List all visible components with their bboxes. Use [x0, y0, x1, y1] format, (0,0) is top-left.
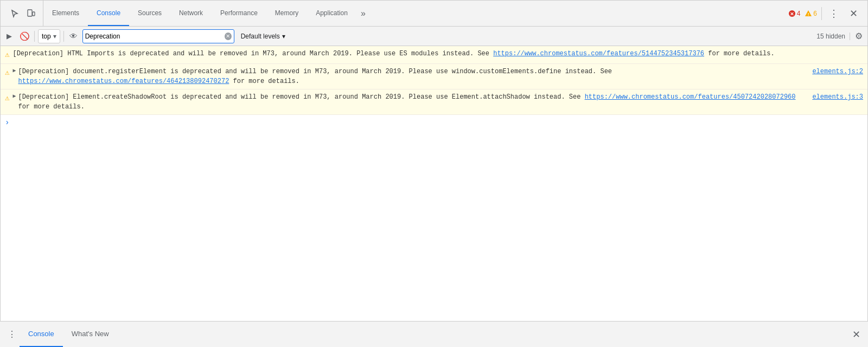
svg-text:✕: ✕: [790, 11, 794, 17]
svg-text:!: !: [808, 11, 809, 16]
link-2[interactable]: https://www.chromestatus.com/features/46…: [18, 78, 229, 85]
file-ref-2[interactable]: elements.js:2: [812, 67, 863, 76]
tab-elements[interactable]: Elements: [43, 1, 88, 26]
toolbar-right: ✕ 4 ! 6 ⋮ ✕: [784, 6, 865, 21]
warn-badge[interactable]: ! 6: [805, 10, 817, 17]
svg-rect-0: [28, 10, 32, 16]
filter-input[interactable]: [85, 33, 222, 40]
run-icon[interactable]: ▶: [3, 30, 16, 43]
ct-divider-1: [34, 31, 35, 42]
console-message-2: ⚠ ▶ elements.js:2 [Deprecation] document…: [1, 64, 867, 89]
tab-application[interactable]: Application: [307, 1, 356, 26]
prompt-chevron-icon: ›: [5, 118, 9, 127]
warn-icon-3: ⚠: [5, 93, 9, 104]
tab-console[interactable]: Console: [88, 1, 129, 26]
filter-clear-button[interactable]: ✕: [225, 33, 232, 40]
eye-icon[interactable]: 👁: [67, 30, 80, 43]
tab-network[interactable]: Network: [170, 1, 212, 26]
more-tabs-button[interactable]: »: [356, 1, 370, 26]
warn-triangle-icon: !: [805, 10, 812, 17]
tab-memory[interactable]: Memory: [266, 1, 307, 26]
context-selector[interactable]: top ▾: [38, 29, 60, 43]
console-prompt: ›: [1, 115, 867, 130]
device-icon[interactable]: [23, 6, 39, 21]
bottom-close-button[interactable]: ✕: [848, 327, 864, 342]
close-devtools-button[interactable]: ✕: [846, 6, 861, 21]
link-3[interactable]: https://www.chromestatus.com/features/45…: [585, 93, 796, 101]
log-levels-dropdown[interactable]: Default levels ▾: [237, 33, 290, 40]
more-options-icon[interactable]: ⋮: [826, 6, 841, 21]
main-tabs: Elements Console Sources Network Perform…: [43, 1, 784, 26]
expand-arrow-3[interactable]: ▶: [12, 92, 16, 100]
filter-input-wrap: ✕: [82, 29, 234, 43]
toolbar-divider: [821, 7, 822, 20]
bottom-menu-icon[interactable]: ⋮: [4, 327, 20, 342]
console-message-1: ⚠ [Deprecation] HTML Imports is deprecat…: [1, 46, 867, 64]
tab-sources[interactable]: Sources: [129, 1, 170, 26]
console-toolbar: ▶ 🚫 top ▾ 👁 ✕ Default levels ▾ 15 hidden…: [1, 27, 867, 46]
message-text-1: [Deprecation] HTML Imports is deprecated…: [12, 49, 863, 59]
cursor-icon[interactable]: [7, 6, 22, 21]
tab-performance[interactable]: Performance: [212, 1, 266, 26]
main-toolbar: Elements Console Sources Network Perform…: [1, 1, 867, 27]
ban-icon[interactable]: 🚫: [18, 30, 31, 43]
ct-divider-2: [63, 31, 64, 42]
bottom-tabs: Console What's New: [20, 322, 118, 347]
message-text-3: elements.js:3 [Deprecation] Element.crea…: [18, 92, 863, 112]
levels-arrow-icon: ▾: [282, 33, 285, 40]
svg-rect-1: [33, 12, 35, 16]
warn-icon-2: ⚠: [5, 67, 9, 79]
dropdown-arrow-icon: ▾: [53, 33, 56, 40]
bottom-tab-console[interactable]: Console: [20, 322, 63, 347]
hidden-count-label: 15 hidden: [812, 33, 850, 40]
file-ref-3[interactable]: elements.js:3: [812, 92, 863, 102]
console-message-3: ⚠ ▶ elements.js:3 [Deprecation] Element.…: [1, 89, 867, 115]
bottom-bar: ⋮ Console What's New ✕: [0, 321, 868, 347]
warn-icon-1: ⚠: [5, 49, 9, 61]
message-text-2: elements.js:2 [Deprecation] document.reg…: [18, 67, 863, 86]
settings-gear-icon[interactable]: ⚙: [852, 30, 865, 43]
expand-arrow-2[interactable]: ▶: [12, 67, 16, 75]
bottom-tab-whats-new[interactable]: What's New: [63, 322, 118, 347]
error-badge[interactable]: ✕ 4: [788, 10, 801, 17]
link-1[interactable]: https://www.chromestatus.com/features/51…: [493, 50, 704, 57]
error-circle-icon: ✕: [788, 10, 796, 17]
toolbar-icons: [3, 1, 43, 26]
console-area: ⚠ [Deprecation] HTML Imports is deprecat…: [1, 46, 867, 322]
